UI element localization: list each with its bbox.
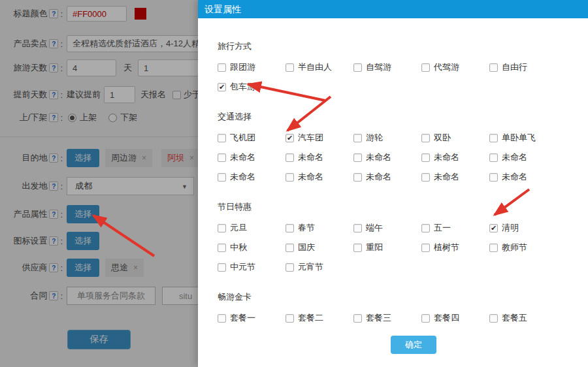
checkbox-option[interactable]: 套餐三 (353, 308, 421, 328)
checkbox[interactable] (489, 63, 498, 72)
checkbox-option[interactable]: 半自由人 (286, 57, 353, 77)
checkbox-option[interactable]: 双卧 (421, 128, 489, 148)
checkbox-option[interactable]: 教师节 (489, 238, 557, 257)
checkbox[interactable] (218, 153, 226, 162)
checkbox-option[interactable]: 重阳 (353, 238, 421, 257)
checkbox[interactable] (286, 244, 294, 252)
checkbox-label: 套餐二 (298, 312, 323, 324)
checkbox[interactable] (218, 173, 226, 182)
checkbox-option[interactable]: 元宵节 (286, 257, 353, 277)
checkbox-option[interactable]: 单卧单飞 (489, 128, 557, 148)
checkbox-option[interactable]: 未命名 (286, 148, 353, 167)
checkbox[interactable] (421, 244, 430, 252)
checkbox-option[interactable]: 飞机团 (218, 128, 286, 148)
checkbox-option[interactable]: 未命名 (218, 148, 286, 167)
checkbox-option[interactable]: 植树节 (421, 238, 489, 257)
checkbox[interactable]: ✔ (218, 83, 226, 91)
checkbox[interactable] (489, 153, 498, 162)
page: 标题颜色 ? : 产品卖点 ? : 旅游天数 ? : 天 (0, 0, 588, 367)
checkbox-option[interactable]: 未命名 (421, 167, 489, 187)
checkbox-option[interactable]: 中秋 (218, 238, 286, 257)
checkbox[interactable] (218, 314, 226, 323)
checkbox-label: 中元节 (230, 261, 255, 273)
modal-backdrop[interactable] (0, 0, 198, 367)
checkbox-label: 套餐五 (502, 312, 527, 324)
checkbox-option[interactable]: 套餐二 (286, 308, 353, 328)
checkbox[interactable] (353, 224, 362, 232)
checkbox-option[interactable]: 端午 (353, 218, 421, 238)
checkbox-option[interactable]: 未命名 (489, 167, 557, 187)
checkbox[interactable] (353, 173, 362, 182)
checkbox[interactable] (421, 314, 430, 323)
checkbox-label: 未命名 (366, 171, 391, 183)
checkbox-option[interactable]: 游轮 (353, 128, 421, 148)
checkbox-label: 未命名 (502, 152, 527, 163)
checkbox-option[interactable]: 未命名 (489, 148, 557, 167)
checkbox-option[interactable]: 五一 (421, 218, 489, 238)
checkbox-label: 重阳 (366, 242, 383, 253)
checkbox[interactable] (218, 134, 226, 142)
checkbox[interactable] (489, 314, 498, 323)
checkbox[interactable] (489, 173, 498, 182)
checkbox[interactable] (286, 263, 294, 272)
checkbox[interactable] (218, 263, 226, 272)
checkbox-label: 半自由人 (298, 61, 332, 73)
checkbox-option[interactable]: 未命名 (286, 167, 353, 187)
checkbox-option[interactable]: 未命名 (421, 148, 489, 167)
checkbox-option[interactable]: 自由行 (489, 57, 557, 77)
checkbox[interactable] (421, 134, 430, 142)
confirm-button[interactable]: 确定 (391, 336, 436, 354)
checkbox[interactable] (218, 244, 226, 252)
checkbox[interactable] (421, 224, 430, 232)
checkbox[interactable] (421, 63, 430, 72)
checkbox[interactable] (421, 173, 430, 182)
checkbox[interactable] (218, 63, 226, 72)
checkbox-label: 未命名 (434, 171, 459, 183)
checkbox-option[interactable]: 代驾游 (421, 57, 489, 77)
checkbox[interactable] (489, 134, 498, 142)
checkbox[interactable] (353, 63, 362, 72)
checkbox[interactable] (353, 134, 362, 142)
checkbox-option[interactable]: ✔清明 (489, 218, 557, 238)
checkbox-label: 未命名 (366, 152, 391, 163)
checkbox-label: 套餐三 (366, 312, 391, 324)
checkbox[interactable] (353, 244, 362, 252)
checkbox-option[interactable]: 套餐五 (489, 308, 557, 328)
checkbox-option[interactable]: ✔包车游 (218, 77, 286, 97)
checkbox-option[interactable]: 春节 (286, 218, 353, 238)
checkbox-option[interactable]: 中元节 (218, 257, 286, 277)
checkbox[interactable] (286, 173, 294, 182)
checkbox[interactable]: ✔ (286, 134, 294, 142)
checkbox[interactable] (353, 314, 362, 323)
checkbox[interactable] (489, 244, 498, 252)
checkbox-label: 汽车团 (298, 132, 323, 144)
checkbox-label: 单卧单飞 (502, 132, 536, 144)
checkbox-option[interactable]: 未命名 (353, 167, 421, 187)
checkbox-section: 节日特惠元旦春节端午五一✔清明中秋国庆重阳植树节教师节中元节元宵节 (218, 201, 588, 277)
section-title: 节日特惠 (218, 201, 588, 213)
section-title: 畅游金卡 (218, 291, 588, 303)
checkbox-option[interactable]: 自驾游 (353, 57, 421, 77)
checkbox[interactable] (353, 153, 362, 162)
checkbox-option[interactable]: 元旦 (218, 218, 286, 238)
checkbox-option[interactable]: 跟团游 (218, 57, 286, 77)
checkbox[interactable] (286, 63, 294, 72)
checkbox[interactable] (286, 153, 294, 162)
checkbox[interactable] (421, 153, 430, 162)
checkbox[interactable] (286, 314, 294, 323)
checkbox-option[interactable]: 套餐四 (421, 308, 489, 328)
checkbox-option[interactable]: ✔汽车团 (286, 128, 353, 148)
checkbox-option[interactable]: 国庆 (286, 238, 353, 257)
checkbox-label: 自驾游 (366, 61, 391, 73)
checkbox[interactable] (218, 224, 226, 232)
checkbox-label: 端午 (366, 222, 383, 234)
checkbox[interactable] (286, 224, 294, 232)
checkbox[interactable]: ✔ (489, 224, 498, 232)
checkbox-option[interactable]: 未命名 (218, 167, 286, 187)
checkbox-option[interactable]: 未命名 (353, 148, 421, 167)
checkbox-grid: 飞机团✔汽车团游轮双卧单卧单飞未命名未命名未命名未命名未命名未命名未命名未命名未… (218, 128, 588, 187)
checkbox-label: 未命名 (230, 152, 255, 163)
checkbox-label: 五一 (434, 222, 451, 234)
checkbox-label: 教师节 (502, 242, 527, 253)
checkbox-option[interactable]: 套餐一 (218, 308, 286, 328)
